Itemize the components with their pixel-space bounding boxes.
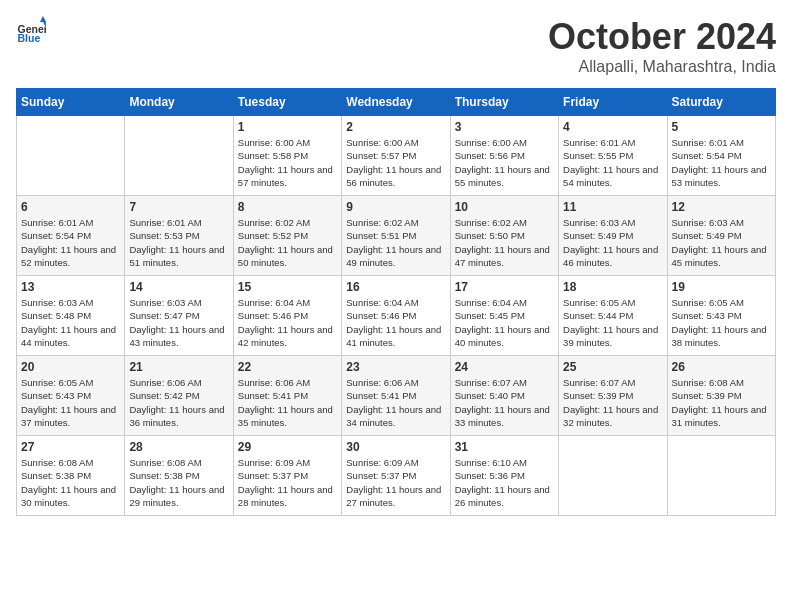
day-number: 13 <box>21 280 120 294</box>
day-info: Sunrise: 6:00 AMSunset: 5:56 PMDaylight:… <box>455 136 554 189</box>
day-number: 20 <box>21 360 120 374</box>
day-info: Sunrise: 6:08 AMSunset: 5:38 PMDaylight:… <box>129 456 228 509</box>
calendar-body: 1 Sunrise: 6:00 AMSunset: 5:58 PMDayligh… <box>17 116 776 516</box>
calendar-day-cell: 18 Sunrise: 6:05 AMSunset: 5:44 PMDaylig… <box>559 276 667 356</box>
calendar-day-cell: 2 Sunrise: 6:00 AMSunset: 5:57 PMDayligh… <box>342 116 450 196</box>
day-info: Sunrise: 6:03 AMSunset: 5:49 PMDaylight:… <box>672 216 771 269</box>
location-title: Allapalli, Maharashtra, India <box>548 58 776 76</box>
day-info: Sunrise: 6:01 AMSunset: 5:53 PMDaylight:… <box>129 216 228 269</box>
calendar-day-cell: 12 Sunrise: 6:03 AMSunset: 5:49 PMDaylig… <box>667 196 775 276</box>
day-info: Sunrise: 6:06 AMSunset: 5:42 PMDaylight:… <box>129 376 228 429</box>
day-number: 30 <box>346 440 445 454</box>
day-info: Sunrise: 6:04 AMSunset: 5:45 PMDaylight:… <box>455 296 554 349</box>
calendar-day-cell: 3 Sunrise: 6:00 AMSunset: 5:56 PMDayligh… <box>450 116 558 196</box>
day-info: Sunrise: 6:08 AMSunset: 5:38 PMDaylight:… <box>21 456 120 509</box>
day-number: 31 <box>455 440 554 454</box>
calendar-day-cell: 9 Sunrise: 6:02 AMSunset: 5:51 PMDayligh… <box>342 196 450 276</box>
calendar-day-cell: 28 Sunrise: 6:08 AMSunset: 5:38 PMDaylig… <box>125 436 233 516</box>
day-info: Sunrise: 6:05 AMSunset: 5:43 PMDaylight:… <box>21 376 120 429</box>
calendar-day-cell: 27 Sunrise: 6:08 AMSunset: 5:38 PMDaylig… <box>17 436 125 516</box>
calendar-day-cell <box>559 436 667 516</box>
svg-text:Blue: Blue <box>18 32 41 44</box>
calendar-day-cell: 25 Sunrise: 6:07 AMSunset: 5:39 PMDaylig… <box>559 356 667 436</box>
calendar-week-row: 13 Sunrise: 6:03 AMSunset: 5:48 PMDaylig… <box>17 276 776 356</box>
day-number: 9 <box>346 200 445 214</box>
weekday-row: SundayMondayTuesdayWednesdayThursdayFrid… <box>17 89 776 116</box>
calendar-table: SundayMondayTuesdayWednesdayThursdayFrid… <box>16 88 776 516</box>
calendar-day-cell <box>667 436 775 516</box>
day-number: 12 <box>672 200 771 214</box>
weekday-header: Friday <box>559 89 667 116</box>
weekday-header: Monday <box>125 89 233 116</box>
day-info: Sunrise: 6:03 AMSunset: 5:47 PMDaylight:… <box>129 296 228 349</box>
calendar-day-cell <box>125 116 233 196</box>
calendar-week-row: 6 Sunrise: 6:01 AMSunset: 5:54 PMDayligh… <box>17 196 776 276</box>
day-info: Sunrise: 6:05 AMSunset: 5:43 PMDaylight:… <box>672 296 771 349</box>
calendar-day-cell: 17 Sunrise: 6:04 AMSunset: 5:45 PMDaylig… <box>450 276 558 356</box>
day-number: 15 <box>238 280 337 294</box>
day-number: 19 <box>672 280 771 294</box>
day-info: Sunrise: 6:08 AMSunset: 5:39 PMDaylight:… <box>672 376 771 429</box>
calendar-day-cell: 7 Sunrise: 6:01 AMSunset: 5:53 PMDayligh… <box>125 196 233 276</box>
day-info: Sunrise: 6:09 AMSunset: 5:37 PMDaylight:… <box>346 456 445 509</box>
day-info: Sunrise: 6:03 AMSunset: 5:49 PMDaylight:… <box>563 216 662 269</box>
calendar-day-cell: 23 Sunrise: 6:06 AMSunset: 5:41 PMDaylig… <box>342 356 450 436</box>
day-number: 17 <box>455 280 554 294</box>
calendar-day-cell: 19 Sunrise: 6:05 AMSunset: 5:43 PMDaylig… <box>667 276 775 356</box>
calendar-day-cell: 30 Sunrise: 6:09 AMSunset: 5:37 PMDaylig… <box>342 436 450 516</box>
day-number: 28 <box>129 440 228 454</box>
day-info: Sunrise: 6:04 AMSunset: 5:46 PMDaylight:… <box>346 296 445 349</box>
calendar-day-cell: 22 Sunrise: 6:06 AMSunset: 5:41 PMDaylig… <box>233 356 341 436</box>
weekday-header: Tuesday <box>233 89 341 116</box>
day-number: 11 <box>563 200 662 214</box>
day-number: 21 <box>129 360 228 374</box>
calendar-day-cell: 5 Sunrise: 6:01 AMSunset: 5:54 PMDayligh… <box>667 116 775 196</box>
calendar-day-cell: 20 Sunrise: 6:05 AMSunset: 5:43 PMDaylig… <box>17 356 125 436</box>
calendar-day-cell: 1 Sunrise: 6:00 AMSunset: 5:58 PMDayligh… <box>233 116 341 196</box>
weekday-header: Saturday <box>667 89 775 116</box>
svg-marker-2 <box>40 16 46 22</box>
weekday-header: Sunday <box>17 89 125 116</box>
day-info: Sunrise: 6:06 AMSunset: 5:41 PMDaylight:… <box>238 376 337 429</box>
day-info: Sunrise: 6:10 AMSunset: 5:36 PMDaylight:… <box>455 456 554 509</box>
day-info: Sunrise: 6:05 AMSunset: 5:44 PMDaylight:… <box>563 296 662 349</box>
weekday-header: Wednesday <box>342 89 450 116</box>
day-number: 23 <box>346 360 445 374</box>
day-info: Sunrise: 6:04 AMSunset: 5:46 PMDaylight:… <box>238 296 337 349</box>
day-info: Sunrise: 6:02 AMSunset: 5:52 PMDaylight:… <box>238 216 337 269</box>
day-number: 2 <box>346 120 445 134</box>
day-info: Sunrise: 6:06 AMSunset: 5:41 PMDaylight:… <box>346 376 445 429</box>
calendar-day-cell: 14 Sunrise: 6:03 AMSunset: 5:47 PMDaylig… <box>125 276 233 356</box>
calendar-day-cell: 6 Sunrise: 6:01 AMSunset: 5:54 PMDayligh… <box>17 196 125 276</box>
calendar-week-row: 1 Sunrise: 6:00 AMSunset: 5:58 PMDayligh… <box>17 116 776 196</box>
day-number: 16 <box>346 280 445 294</box>
page-header: General Blue October 2024 Allapalli, Mah… <box>16 16 776 76</box>
day-info: Sunrise: 6:07 AMSunset: 5:39 PMDaylight:… <box>563 376 662 429</box>
calendar-day-cell: 21 Sunrise: 6:06 AMSunset: 5:42 PMDaylig… <box>125 356 233 436</box>
day-number: 7 <box>129 200 228 214</box>
day-number: 27 <box>21 440 120 454</box>
day-info: Sunrise: 6:07 AMSunset: 5:40 PMDaylight:… <box>455 376 554 429</box>
calendar-day-cell: 31 Sunrise: 6:10 AMSunset: 5:36 PMDaylig… <box>450 436 558 516</box>
month-title: October 2024 <box>548 16 776 58</box>
day-info: Sunrise: 6:01 AMSunset: 5:54 PMDaylight:… <box>21 216 120 269</box>
day-number: 8 <box>238 200 337 214</box>
day-number: 29 <box>238 440 337 454</box>
day-number: 10 <box>455 200 554 214</box>
day-info: Sunrise: 6:09 AMSunset: 5:37 PMDaylight:… <box>238 456 337 509</box>
calendar-day-cell: 10 Sunrise: 6:02 AMSunset: 5:50 PMDaylig… <box>450 196 558 276</box>
day-info: Sunrise: 6:03 AMSunset: 5:48 PMDaylight:… <box>21 296 120 349</box>
day-number: 1 <box>238 120 337 134</box>
day-info: Sunrise: 6:00 AMSunset: 5:58 PMDaylight:… <box>238 136 337 189</box>
calendar-day-cell <box>17 116 125 196</box>
calendar-week-row: 27 Sunrise: 6:08 AMSunset: 5:38 PMDaylig… <box>17 436 776 516</box>
weekday-header: Thursday <box>450 89 558 116</box>
calendar-day-cell: 16 Sunrise: 6:04 AMSunset: 5:46 PMDaylig… <box>342 276 450 356</box>
day-number: 24 <box>455 360 554 374</box>
calendar-day-cell: 29 Sunrise: 6:09 AMSunset: 5:37 PMDaylig… <box>233 436 341 516</box>
day-number: 5 <box>672 120 771 134</box>
day-number: 3 <box>455 120 554 134</box>
day-number: 14 <box>129 280 228 294</box>
day-number: 6 <box>21 200 120 214</box>
calendar-week-row: 20 Sunrise: 6:05 AMSunset: 5:43 PMDaylig… <box>17 356 776 436</box>
